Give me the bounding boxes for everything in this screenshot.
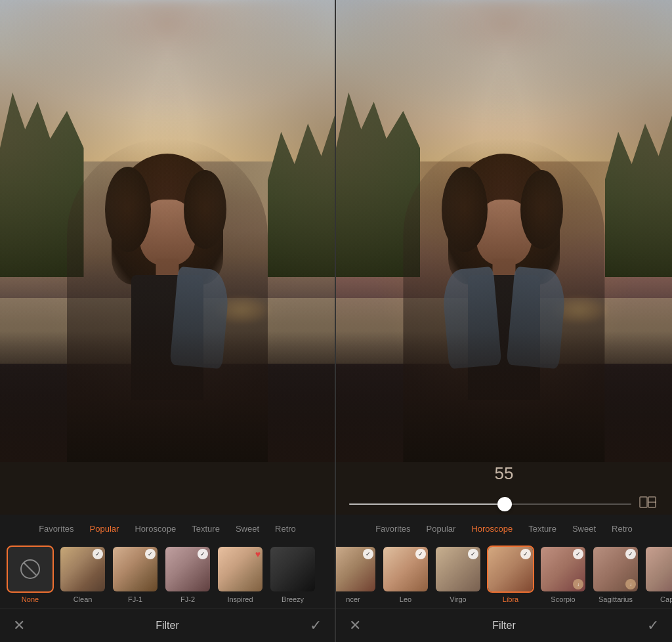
filter-strip-left: None ✓ Clean ✓ FJ-1 ✓ FJ-2 xyxy=(0,540,335,609)
filter-label-breezy: Breezy xyxy=(282,595,304,603)
sun-glow-left xyxy=(215,297,268,324)
filter-check-fj1: ✓ xyxy=(145,549,156,559)
filter-label-none: None xyxy=(22,595,39,603)
filter-download-sagittarius: ↓ xyxy=(625,579,636,589)
lake-left xyxy=(0,298,335,364)
photo-background-right xyxy=(336,0,672,462)
cancel-button-left[interactable]: ✕ xyxy=(13,617,25,634)
confirm-button-right[interactable]: ✓ xyxy=(647,617,659,634)
tab-popular-left[interactable]: Popular xyxy=(82,521,127,536)
filter-thumb-breezy xyxy=(269,546,316,593)
bottom-bar-left: ✕ Filter ✓ xyxy=(0,609,335,642)
filter-cancer[interactable]: ✓ ncer xyxy=(336,546,377,603)
filter-label-capricorn: Capr xyxy=(660,595,672,603)
filter-thumb-cancer: ✓ xyxy=(336,546,377,593)
tab-popular-right[interactable]: Popular xyxy=(419,521,464,536)
filter-virgo[interactable]: ✓ Virgo xyxy=(434,546,482,603)
slider-value-display: 55 xyxy=(495,463,514,483)
left-panel: Favorites Popular Horoscope Texture Swee… xyxy=(0,0,335,642)
slider-fill xyxy=(349,503,505,505)
filter-check-clean: ✓ xyxy=(93,549,103,559)
photo-preview-left xyxy=(0,0,335,462)
filter-thumb-virgo: ✓ xyxy=(434,546,482,593)
filter-label-scorpio: Scorpio xyxy=(551,595,575,603)
category-tabs-right: Favorites Popular Horoscope Texture Swee… xyxy=(336,515,672,540)
tab-sweet-right[interactable]: Sweet xyxy=(564,521,604,536)
none-circle-slash-icon xyxy=(18,557,42,581)
compare-split-icon xyxy=(639,494,659,510)
filter-label-clean: Clean xyxy=(74,595,93,603)
filter-inspired[interactable]: ♥ Inspired xyxy=(217,546,264,603)
filter-clean[interactable]: ✓ Clean xyxy=(59,546,106,603)
photo-background-left xyxy=(0,0,335,462)
filter-label-fj2: FJ-2 xyxy=(180,595,195,603)
tab-favorites-right[interactable]: Favorites xyxy=(368,521,418,536)
filter-thumb-capricorn: ✓ ↓ xyxy=(644,546,672,593)
filter-label-leo: Leo xyxy=(400,595,411,603)
filter-check-scorpio: ✓ xyxy=(573,549,583,559)
filter-check-fj2: ✓ xyxy=(198,549,208,559)
no-slider-left xyxy=(0,462,335,515)
filter-download-scorpio: ↓ xyxy=(573,579,583,589)
tab-favorites-left[interactable]: Favorites xyxy=(31,521,81,536)
filter-thumb-leo: ✓ xyxy=(382,546,429,593)
filter-title-left: Filter xyxy=(156,620,179,631)
lake-right xyxy=(336,298,672,364)
filter-img-breezy xyxy=(270,547,315,591)
filter-strip-right: ✓ ncer ✓ Leo ✓ Virgo ✓ Libra xyxy=(336,540,672,609)
filter-leo[interactable]: ✓ Leo xyxy=(382,546,429,603)
compare-icon[interactable] xyxy=(639,494,659,513)
filter-thumb-fj1: ✓ xyxy=(112,546,159,593)
category-tabs-left: Favorites Popular Horoscope Texture Swee… xyxy=(0,515,335,540)
confirm-button-left[interactable]: ✓ xyxy=(310,617,322,634)
filter-thumb-clean: ✓ xyxy=(59,546,106,593)
filter-scorpio[interactable]: ✓ ↓ Scorpio xyxy=(539,546,587,603)
slider-track[interactable] xyxy=(349,503,631,505)
filter-thumb-libra: ✓ xyxy=(487,546,534,593)
filter-check-leo: ✓ xyxy=(415,549,426,559)
slider-thumb[interactable] xyxy=(497,497,512,511)
filter-thumb-none xyxy=(7,546,54,593)
filter-label-libra: Libra xyxy=(503,595,518,603)
tab-sweet-left[interactable]: Sweet xyxy=(228,521,267,536)
filter-check-cancer: ✓ xyxy=(363,549,373,559)
filter-label-cancer: ncer xyxy=(346,595,360,603)
filter-libra[interactable]: ✓ Libra xyxy=(487,546,534,603)
filter-breezy[interactable]: Breezy xyxy=(269,546,316,603)
filter-label-inspired: Inspired xyxy=(227,595,253,603)
filter-check-sagittarius: ✓ xyxy=(625,549,636,559)
slider-track-container xyxy=(349,494,659,513)
tab-horoscope-right[interactable]: Horoscope xyxy=(463,521,520,536)
filter-label-fj1: FJ-1 xyxy=(128,595,142,603)
tab-retro-left[interactable]: Retro xyxy=(267,521,304,536)
filter-heart-inspired: ♥ xyxy=(255,549,261,559)
photo-preview-right xyxy=(336,0,672,462)
tab-texture-right[interactable]: Texture xyxy=(520,521,564,536)
filter-sagittarius[interactable]: ✓ ↓ Sagittarius xyxy=(592,546,639,603)
svg-rect-2 xyxy=(640,497,647,507)
filter-check-libra: ✓ xyxy=(520,549,531,559)
filter-title-right: Filter xyxy=(492,620,516,631)
filter-img-capricorn xyxy=(646,547,672,591)
filter-thumb-scorpio: ✓ ↓ xyxy=(539,546,587,593)
filter-thumb-sagittarius: ✓ ↓ xyxy=(592,546,639,593)
filter-fj2[interactable]: ✓ FJ-2 xyxy=(164,546,211,603)
filter-label-sagittarius: Sagittarius xyxy=(598,595,633,603)
tab-texture-left[interactable]: Texture xyxy=(184,521,228,536)
right-panel: 55 Favorites Popular Horoscope Texture S… xyxy=(336,0,672,642)
tab-retro-right[interactable]: Retro xyxy=(604,521,640,536)
bottom-bar-right: ✕ Filter ✓ xyxy=(336,609,672,642)
slider-area-right: 55 xyxy=(336,462,672,515)
filter-thumb-fj2: ✓ xyxy=(164,546,211,593)
filter-capricorn[interactable]: ✓ ↓ Capr xyxy=(644,546,672,603)
cancel-button-right[interactable]: ✕ xyxy=(349,617,361,634)
filter-fj1[interactable]: ✓ FJ-1 xyxy=(112,546,159,603)
sun-glow-right xyxy=(553,297,605,324)
filter-check-virgo: ✓ xyxy=(468,549,478,559)
filter-label-virgo: Virgo xyxy=(450,595,466,603)
tab-horoscope-left[interactable]: Horoscope xyxy=(127,521,184,536)
filter-thumb-inspired: ♥ xyxy=(217,546,264,593)
svg-line-1 xyxy=(24,563,37,576)
filter-none[interactable]: None xyxy=(7,546,54,603)
